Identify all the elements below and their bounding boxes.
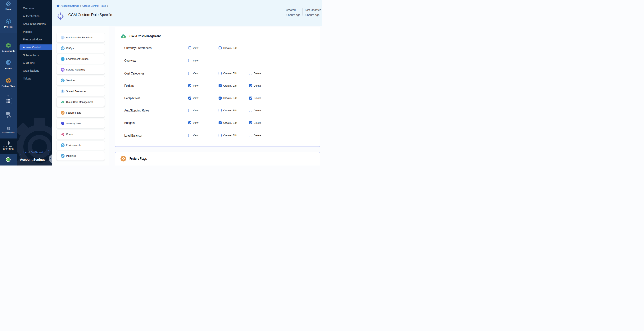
svg-text:$: $ [122,35,124,38]
svg-text:?: ? [7,112,8,114]
svg-text:$: $ [62,101,63,103]
